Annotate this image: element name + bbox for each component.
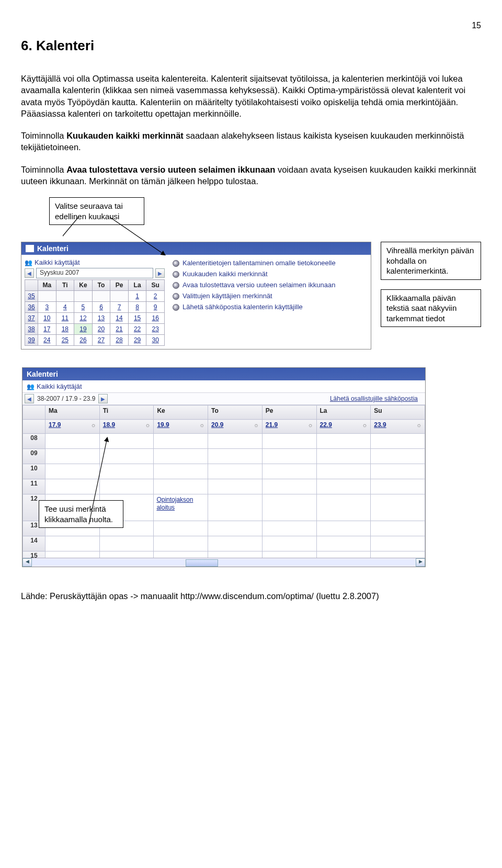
time-slot[interactable]: [262, 464, 316, 479]
time-slot[interactable]: [99, 536, 154, 551]
time-slot[interactable]: [371, 464, 425, 479]
new-entry-icon[interactable]: ☼: [199, 422, 204, 428]
calendar-day[interactable]: 5: [74, 302, 93, 313]
time-slot[interactable]: [262, 536, 316, 551]
time-slot[interactable]: [371, 521, 425, 536]
time-slot[interactable]: [154, 536, 208, 551]
time-slot[interactable]: [45, 449, 100, 464]
calendar-day[interactable]: 23: [146, 324, 165, 335]
new-entry-icon[interactable]: ☼: [362, 422, 367, 428]
week-day-header[interactable]: 20.9☼: [208, 420, 263, 434]
time-slot[interactable]: [262, 521, 316, 536]
time-slot[interactable]: [208, 434, 263, 449]
time-slot[interactable]: [316, 536, 371, 551]
calendar-day[interactable]: 12: [74, 313, 93, 324]
week-day-header[interactable]: 18.9☼: [99, 420, 154, 434]
calendar-day[interactable]: 24: [38, 335, 56, 346]
new-entry-icon[interactable]: ☼: [254, 422, 259, 428]
scroll-left-button[interactable]: ◀: [22, 558, 32, 567]
calendar-action-link[interactable]: Kalenteritietojen tallentaminen omalle t…: [173, 258, 368, 268]
users-selector-week[interactable]: 👥 Kaikki käyttäjät: [22, 380, 425, 392]
time-slot[interactable]: [262, 479, 316, 494]
time-slot[interactable]: [371, 434, 425, 449]
calendar-day[interactable]: 28: [110, 335, 129, 346]
users-selector[interactable]: 👥 Kaikki käyttäjät: [25, 258, 165, 266]
time-slot[interactable]: [371, 479, 425, 494]
calendar-day[interactable]: 17: [38, 324, 56, 335]
calendar-day[interactable]: 3: [38, 302, 56, 313]
calendar-day[interactable]: 1: [128, 291, 146, 302]
scroll-right-button[interactable]: ▶: [416, 558, 425, 567]
calendar-day[interactable]: 7: [110, 302, 129, 313]
calendar-day[interactable]: 25: [56, 335, 74, 346]
calendar-day[interactable]: 29: [128, 335, 146, 346]
calendar-day[interactable]: 6: [92, 302, 110, 313]
time-slot[interactable]: [371, 494, 425, 521]
calendar-day[interactable]: 30: [146, 335, 165, 346]
time-slot[interactable]: [371, 449, 425, 464]
time-slot[interactable]: [45, 464, 100, 479]
send-mail-link[interactable]: Lähetä osallistujille sähköpostia: [330, 395, 423, 402]
next-month-button[interactable]: ▶: [155, 268, 165, 278]
time-slot[interactable]: [99, 434, 154, 449]
time-slot[interactable]: [154, 434, 208, 449]
calendar-day[interactable]: 26: [74, 335, 93, 346]
week-number[interactable]: 35: [25, 291, 38, 302]
week-day-header[interactable]: 17.9☼: [45, 420, 100, 434]
calendar-day[interactable]: 9: [146, 302, 165, 313]
week-number[interactable]: 38: [25, 324, 38, 335]
time-slot[interactable]: [316, 494, 371, 521]
week-number[interactable]: 36: [25, 302, 38, 313]
time-slot[interactable]: [154, 521, 208, 536]
time-slot[interactable]: [316, 521, 371, 536]
calendar-action-link[interactable]: Lähetä sähköpostia kalenterin käyttäjill…: [173, 302, 368, 312]
calendar-day[interactable]: 10: [38, 313, 56, 324]
time-slot[interactable]: [45, 434, 100, 449]
calendar-day[interactable]: 16: [146, 313, 165, 324]
new-entry-icon[interactable]: ☼: [91, 422, 96, 428]
calendar-day[interactable]: 4: [56, 302, 74, 313]
week-day-header[interactable]: 23.9☼: [371, 420, 425, 434]
time-slot[interactable]: [45, 479, 100, 494]
time-slot[interactable]: [371, 536, 425, 551]
time-slot[interactable]: [316, 464, 371, 479]
calendar-day[interactable]: 27: [92, 335, 110, 346]
week-day-header[interactable]: 21.9☼: [262, 420, 316, 434]
time-slot[interactable]: [99, 449, 154, 464]
time-slot[interactable]: [316, 434, 371, 449]
calendar-event[interactable]: Opintojakson aloitus: [154, 495, 207, 513]
scrollbar-thumb[interactable]: [186, 559, 218, 567]
time-slot[interactable]: [208, 449, 263, 464]
prev-week-button[interactable]: ◀: [25, 394, 34, 403]
time-slot[interactable]: Opintojakson aloitus: [154, 494, 208, 521]
time-slot[interactable]: [99, 464, 154, 479]
week-number[interactable]: 37: [25, 313, 38, 324]
new-entry-icon[interactable]: ☼: [416, 422, 421, 428]
time-slot[interactable]: [45, 536, 100, 551]
calendar-day[interactable]: 2: [146, 291, 165, 302]
calendar-day[interactable]: 11: [56, 313, 74, 324]
calendar-day[interactable]: 18: [56, 324, 74, 335]
time-slot[interactable]: [208, 479, 263, 494]
time-slot[interactable]: [208, 464, 263, 479]
calendar-day[interactable]: 19: [74, 324, 93, 335]
calendar-day[interactable]: 21: [110, 324, 129, 335]
calendar-action-link[interactable]: Kuukauden kaikki merkinnät: [173, 269, 368, 279]
time-slot[interactable]: [262, 434, 316, 449]
horizontal-scrollbar[interactable]: ◀ ▶: [22, 558, 425, 567]
calendar-day[interactable]: 13: [92, 313, 110, 324]
time-slot[interactable]: [154, 479, 208, 494]
calendar-action-link[interactable]: Avaa tulostettava versio uuteen selaimen…: [173, 280, 368, 290]
week-number[interactable]: 39: [25, 335, 38, 346]
calendar-day[interactable]: 15: [128, 313, 146, 324]
week-day-header[interactable]: 19.9☼: [154, 420, 208, 434]
time-slot[interactable]: [154, 449, 208, 464]
new-entry-icon[interactable]: ☼: [145, 422, 150, 428]
next-week-button[interactable]: ▶: [98, 394, 108, 403]
prev-month-button[interactable]: ◀: [25, 268, 34, 278]
time-slot[interactable]: [262, 494, 316, 521]
time-slot[interactable]: [262, 449, 316, 464]
calendar-day[interactable]: 14: [110, 313, 129, 324]
time-slot[interactable]: [208, 494, 263, 521]
time-slot[interactable]: [99, 479, 154, 494]
